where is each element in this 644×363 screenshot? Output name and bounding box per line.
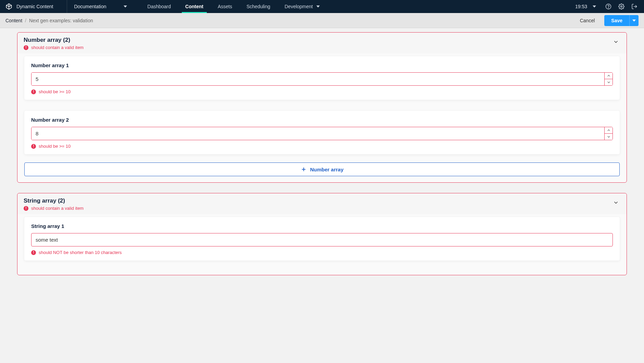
error-icon: ! [24,206,28,211]
svg-point-2 [621,6,622,8]
field-error: ! should NOT be shorter than 10 characte… [31,250,613,255]
clock-time: 19:53 [575,4,587,9]
field-error: ! should be >= 10 [31,89,613,94]
number-input-wrap [31,127,613,140]
panel-error: ! should contain a valid item [24,45,611,50]
array-item-card: Number array 1 ! should be >= 10 [24,56,620,100]
field-error-msg: should NOT be shorter than 10 characters [39,250,122,255]
spinner-down-button[interactable] [605,134,613,140]
array-item-card: String array 1 ! should NOT be shorter t… [24,217,620,261]
panel-title: String array (2) [24,197,611,204]
brand-section: Dynamic Content [5,0,67,13]
spinner-up-button[interactable] [605,73,613,79]
panel-header: String array (2) ! should contain a vali… [17,193,627,214]
panel-header: Number array (2) ! should contain a vali… [17,33,627,53]
save-button[interactable]: Save [604,15,629,26]
error-icon: ! [31,250,36,255]
save-dropdown-button[interactable] [629,15,639,26]
hub-selector[interactable]: Documentation [67,0,134,13]
item-label: String array 1 [31,223,613,229]
number-input[interactable] [31,127,604,140]
panel-body: String array 1 ! should NOT be shorter t… [17,214,627,275]
caret-down-icon [124,4,127,9]
spinner [604,127,613,140]
number-input[interactable] [31,73,604,85]
nav-development[interactable]: Development [278,0,327,13]
field-error-msg: should be >= 10 [39,144,71,149]
string-array-panel: String array (2) ! should contain a vali… [17,193,627,275]
brand-logo-icon [5,3,12,10]
add-number-array-button[interactable]: Number array [24,162,620,176]
error-icon: ! [24,45,28,50]
panel-title: Number array (2) [24,37,611,44]
field-error-msg: should be >= 10 [39,89,71,94]
main-nav: Dashboard Content Assets Scheduling Deve… [141,0,327,13]
spinner [604,73,613,85]
breadcrumb: Content / Next gen examples: validation [5,18,93,23]
panel-error: ! should contain a valid item [24,206,611,211]
nav-scheduling[interactable]: Scheduling [240,0,277,13]
item-label: Number array 1 [31,62,613,68]
spinner-down-button[interactable] [605,79,613,85]
caret-down-icon [593,4,596,9]
nav-assets[interactable]: Assets [211,0,239,13]
save-button-group: Save [604,15,639,26]
number-array-panel: Number array (2) ! should contain a vali… [17,32,627,183]
breadcrumb-current: Next gen examples: validation [29,18,93,23]
item-label: Number array 2 [31,117,613,123]
help-icon[interactable] [604,2,613,11]
panel-error-msg: should contain a valid item [31,206,84,211]
error-icon: ! [31,89,36,94]
collapse-toggle[interactable] [611,198,620,208]
nav-label: Dashboard [148,4,171,9]
nav-label: Assets [218,4,232,9]
number-input-wrap [31,72,613,86]
nav-label: Development [285,4,313,9]
nav-label: Scheduling [247,4,270,9]
breadcrumb-sep: / [25,18,26,23]
sub-header: Content / Next gen examples: validation … [0,13,644,28]
top-nav: Dynamic Content Documentation Dashboard … [0,0,644,13]
collapse-toggle[interactable] [611,37,620,47]
spinner-up-button[interactable] [605,127,613,134]
logout-icon[interactable] [630,2,639,11]
panel-body: Number array 1 ! should be >= 10 [17,53,627,182]
array-item-card: Number array 2 ! should be >= 10 [24,111,620,154]
cancel-button[interactable]: Cancel [574,15,601,26]
hub-name: Documentation [74,4,106,9]
nav-content[interactable]: Content [178,0,210,13]
brand-title: Dynamic Content [16,4,53,9]
panel-error-msg: should contain a valid item [31,45,84,50]
settings-icon[interactable] [617,2,626,11]
field-error: ! should be >= 10 [31,144,613,149]
svg-point-1 [608,8,609,8]
right-nav: 19:53 [575,0,639,13]
content-area: Number array (2) ! should contain a vali… [0,28,644,299]
nav-label: Content [185,4,203,9]
text-input[interactable] [31,233,613,246]
nav-dashboard[interactable]: Dashboard [141,0,178,13]
clock-selector[interactable]: 19:53 [575,4,596,9]
caret-down-icon [316,4,320,9]
breadcrumb-root[interactable]: Content [5,18,22,23]
add-button-label: Number array [310,167,344,172]
error-icon: ! [31,144,36,149]
